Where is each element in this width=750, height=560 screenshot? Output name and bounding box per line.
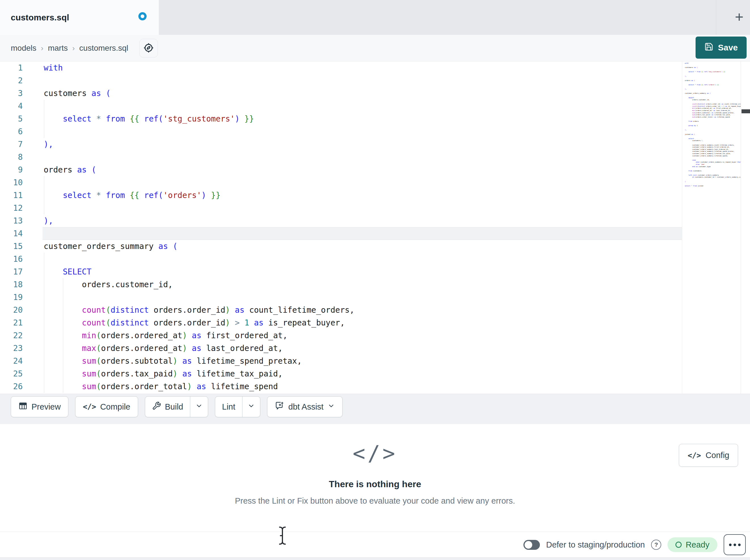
code-line-13[interactable]: 13), [0, 214, 682, 227]
compile-button[interactable]: </> Compile [75, 396, 138, 417]
save-button[interactable]: Save [695, 37, 747, 59]
code-line-20[interactable]: 20 count(distinct orders.order_id) as co… [0, 304, 682, 316]
code-line-4[interactable]: 4 [0, 100, 682, 112]
code-text: sum(orders.tax_paid) as lifetime_tax_pai… [44, 367, 283, 380]
line-number: 1 [0, 61, 23, 74]
code-text: count(distinct orders.order_id) as count… [44, 304, 354, 316]
code-line-3[interactable]: 3customers as ( [0, 87, 682, 100]
code-line-14[interactable]: 14 [0, 227, 682, 240]
new-tab-button[interactable]: + [731, 8, 748, 25]
minimap-line: ), [685, 75, 741, 78]
minimap-line: ) [685, 181, 741, 183]
code-line-8[interactable]: 8 [0, 151, 682, 163]
lint-button[interactable]: Lint [215, 397, 242, 417]
code-line-9[interactable]: 9orders as ( [0, 163, 682, 176]
editor-scrollbar[interactable] [741, 61, 750, 394]
minimap-line: end as customer_type [685, 166, 741, 168]
lint-label: Lint [222, 402, 235, 412]
minimap-line [685, 127, 741, 129]
line-number: 24 [0, 355, 23, 367]
minimap-line [685, 131, 741, 133]
minimap-line: customer_orders_summary.lifetime_tax_pai… [685, 153, 741, 155]
code-text: with [44, 61, 63, 74]
line-number: 3 [0, 87, 23, 100]
action-toolbar: Preview </> Compile Build [0, 394, 750, 424]
breadcrumb-item-marts[interactable]: marts [48, 44, 68, 53]
file-header-row: models › marts › customers.sql [0, 35, 750, 61]
code-text: sum(orders.subtotal) as lifetime_spend_p… [44, 355, 302, 367]
line-number: 7 [0, 138, 23, 151]
minimap-line: count(distinct orders.order_id) > 1 as i… [685, 105, 741, 108]
breadcrumb-item-customers-sql: customers.sql [79, 44, 129, 53]
code-line-6[interactable]: 6 [0, 125, 682, 138]
minimap-line [685, 179, 741, 181]
code-text: orders as ( [44, 163, 96, 176]
tab-customers-sql[interactable]: customers.sql [0, 0, 159, 35]
plus-icon: + [735, 9, 744, 25]
more-options-button[interactable] [724, 534, 746, 555]
build-label: Build [165, 402, 183, 412]
code-line-5[interactable]: 5 select * from {{ ref('stg_customers') … [0, 112, 682, 125]
code-line-18[interactable]: 18 orders.customer_id, [0, 278, 682, 291]
build-button[interactable]: Build [145, 397, 190, 417]
code-text: ), [44, 138, 53, 151]
minimap-line [685, 172, 741, 174]
defer-label: Defer to staging/production [546, 540, 645, 549]
code-line-12[interactable]: 12 [0, 202, 682, 214]
compass-icon [143, 42, 154, 55]
config-button[interactable]: </> Config [679, 444, 738, 467]
code-line-17[interactable]: 17 SELECT [0, 265, 682, 278]
scrollbar-thumb[interactable] [742, 109, 750, 113]
code-text: select * from {{ ref('stg_customers') }} [44, 112, 254, 125]
code-editor[interactable]: 1with23customers as (45 select * from {{… [0, 61, 682, 394]
code-line-10[interactable]: 10 [0, 176, 682, 189]
minimap-line: group by 1 [685, 125, 741, 127]
code-line-15[interactable]: 15customer_orders_summary as ( [0, 240, 682, 253]
chevron-down-icon [328, 402, 335, 412]
breadcrumb-item-models[interactable]: models [11, 44, 36, 53]
dbt-assist-button[interactable]: dbt Assist [267, 396, 342, 417]
minimap-line: ), [685, 129, 741, 131]
minimap-line: from orders [685, 120, 741, 123]
line-number: 8 [0, 151, 23, 163]
code-text: max(orders.ordered_at) as last_ordered_a… [44, 342, 283, 355]
code-line-23[interactable]: 23 max(orders.ordered_at) as last_ordere… [0, 342, 682, 355]
defer-toggle[interactable] [524, 540, 540, 550]
minimap-line [685, 95, 741, 97]
code-line-16[interactable]: 16 [0, 253, 682, 265]
code-line-1[interactable]: 1with [0, 61, 682, 74]
code-line-26[interactable]: 26 sum(orders.order_total) as lifetime_s… [0, 380, 682, 393]
help-icon[interactable]: ? [651, 540, 661, 550]
compile-label: Compile [100, 402, 130, 412]
line-number: 19 [0, 291, 23, 304]
line-number: 14 [0, 227, 23, 240]
code-line-11[interactable]: 11 select * from {{ ref('orders') }} [0, 189, 682, 202]
chevron-right-icon: › [41, 44, 43, 53]
code-text: customer_orders_summary as ( [44, 240, 178, 253]
code-icon: </> [688, 451, 701, 460]
lint-dropdown-button[interactable] [242, 397, 260, 417]
preview-button[interactable]: Preview [11, 396, 68, 417]
code-line-19[interactable]: 19 [0, 291, 682, 304]
chevron-right-icon: › [72, 44, 75, 53]
minimap[interactable]: withcustomers as ( select * from {{ ref(… [682, 61, 741, 394]
minimap-line: customer_orders_summary.count_lifetime_o… [685, 144, 741, 146]
code-line-7[interactable]: 7), [0, 138, 682, 151]
code-line-24[interactable]: 24 sum(orders.subtotal) as lifetime_spen… [0, 355, 682, 367]
status-bar: Defer to staging/production ? Ready [0, 532, 750, 557]
line-number: 16 [0, 253, 23, 265]
build-dropdown-button[interactable] [190, 397, 208, 417]
code-line-21[interactable]: 21 count(distinct orders.order_id) > 1 a… [0, 316, 682, 329]
minimap-line [685, 69, 741, 71]
build-split-button: Build [145, 396, 209, 417]
dot-icon [729, 544, 732, 546]
minimap-line: customer_orders_summary.first_ordered_at… [685, 146, 741, 148]
preview-label: Preview [32, 402, 61, 412]
code-line-22[interactable]: 22 min(orders.ordered_at) as first_order… [0, 329, 682, 342]
explore-lineage-button[interactable] [139, 39, 158, 58]
code-line-2[interactable]: 2 [0, 74, 682, 87]
minimap-line: select * from {{ ref('orders') }} [685, 84, 741, 86]
line-number: 6 [0, 125, 23, 138]
code-line-25[interactable]: 25 sum(orders.tax_paid) as lifetime_tax_… [0, 367, 682, 380]
minimap-line: select [685, 138, 741, 140]
